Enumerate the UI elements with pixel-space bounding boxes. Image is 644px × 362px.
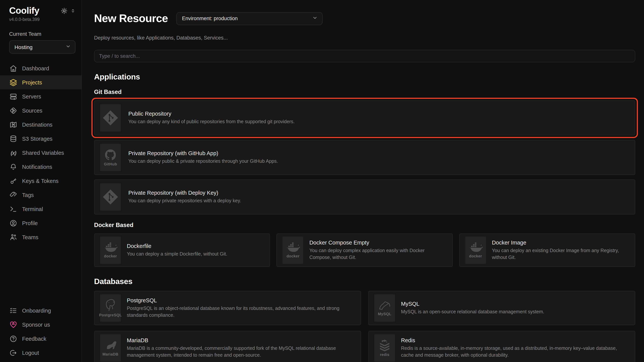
- chevrons-up-down-icon[interactable]: [70, 8, 76, 13]
- card-redis[interactable]: redisRedisRedis is a source-available, i…: [368, 331, 635, 362]
- sidebar-item-label: Projects: [22, 79, 42, 85]
- logo-brand-text: docker: [469, 254, 482, 258]
- sidebar-item-label: Profile: [22, 220, 38, 226]
- sun-icon[interactable]: [61, 7, 68, 14]
- sidebar-item-label: Teams: [22, 234, 38, 240]
- sidebar-item-projects[interactable]: Projects: [0, 75, 82, 89]
- card-title: Redis: [401, 337, 629, 343]
- card-dockerfile[interactable]: dockerDockerfileYou can deploy a simple …: [94, 233, 270, 267]
- bell-icon: [10, 163, 17, 171]
- chevron-down-icon: [312, 15, 318, 22]
- sidebar-item-feedback[interactable]: Feedback: [0, 332, 82, 346]
- card-description: MariaDB is a community-developed, commer…: [127, 345, 355, 359]
- logo-brand-text: redis: [380, 353, 390, 357]
- list-checks-icon: [10, 307, 17, 314]
- card-title: MySQL: [401, 301, 544, 307]
- card-title: Docker Image: [492, 239, 629, 245]
- sidebar-footer: OnboardingSponsor usFeedbackLogout: [0, 303, 82, 360]
- card-public-repository[interactable]: Public RepositoryYou can deploy any kind…: [94, 100, 635, 135]
- logo-brand-text: PostgreSQL: [99, 313, 122, 317]
- card-text: DockerfileYou can deploy a simple Docker…: [127, 243, 227, 257]
- sidebar-item-servers[interactable]: Servers: [0, 89, 82, 103]
- card-group: dockerDockerfileYou can deploy a simple …: [94, 233, 635, 267]
- environment-select-value: Environment: production: [182, 16, 238, 21]
- card-description: You can deploy an existing Docker Image …: [492, 247, 629, 261]
- sidebar-item-label: Destinations: [22, 122, 52, 128]
- sidebar-item-label: Feedback: [22, 336, 46, 342]
- postgres-icon: PostgreSQL: [100, 294, 121, 322]
- card-description: You can deploy complex application easil…: [310, 247, 447, 261]
- user-circle-icon: [10, 219, 17, 227]
- card-description: Redis is a source-available, in-memory s…: [401, 345, 629, 359]
- sidebar-item-s3-storages[interactable]: S3 Storages: [0, 132, 82, 146]
- card-postgresql[interactable]: PostgreSQLPostgreSQLPostgreSQL is an obj…: [94, 291, 361, 325]
- sidebar-item-teams[interactable]: Teams: [0, 230, 82, 244]
- card-description: You can deploy a simple Dockerfile, with…: [127, 251, 227, 257]
- map-icon: [10, 121, 17, 128]
- card-group: Public RepositoryYou can deploy any kind…: [94, 100, 635, 214]
- variable-icon: (x): [10, 149, 17, 157]
- sidebar-item-profile[interactable]: Profile: [0, 216, 82, 230]
- card-description: MySQL is an open-source relational datab…: [401, 308, 544, 315]
- home-icon: [10, 64, 17, 72]
- card-description: You can deploy private repositories with…: [128, 197, 241, 204]
- logo-brand-text: docker: [286, 254, 300, 258]
- resource-sections: ApplicationsGit BasedPublic RepositoryYo…: [94, 72, 635, 362]
- sidebar-item-keys-tokens[interactable]: Keys & Tokens: [0, 174, 82, 188]
- group-subheading-git-based: Git Based: [94, 89, 635, 95]
- sidebar-item-sources[interactable]: Sources: [0, 103, 82, 118]
- card-docker-compose-empty[interactable]: dockerDocker Compose EmptyYou can deploy…: [277, 233, 453, 267]
- search-input[interactable]: [94, 50, 635, 62]
- github-icon: GitHub: [100, 144, 121, 171]
- card-group: PostgreSQLPostgreSQLPostgreSQL is an obj…: [94, 291, 635, 362]
- git-icon: [100, 104, 121, 132]
- logo-brand-text: MariaDB: [102, 352, 118, 357]
- card-private-repository-with-deploy-key[interactable]: Private Repository (with Deploy Key)You …: [94, 180, 635, 214]
- docker-icon: docker: [465, 236, 486, 264]
- sidebar-item-onboarding[interactable]: Onboarding: [0, 303, 82, 318]
- card-title: MariaDB: [127, 337, 355, 343]
- docker-icon: docker: [283, 236, 303, 264]
- logout-icon: [10, 349, 17, 357]
- card-private-repository-with-github-app[interactable]: GitHubPrivate Repository (with GitHub Ap…: [94, 140, 635, 175]
- sidebar-item-shared-variables[interactable]: (x)Shared Variables: [0, 146, 82, 160]
- main-content: New Resource Environment: production Dep…: [82, 0, 644, 362]
- sidebar-item-dashboard[interactable]: Dashboard: [0, 61, 82, 75]
- sidebar-item-destinations[interactable]: Destinations: [0, 118, 82, 132]
- sidebar-item-sponsor-us[interactable]: Sponsor us: [0, 318, 82, 332]
- git-diamond-icon: [10, 107, 17, 114]
- sidebar-item-notifications[interactable]: Notifications: [0, 160, 82, 174]
- sidebar-header: Coolify v4.0.0-beta.399 Current Team Hos…: [0, 0, 82, 54]
- team-select[interactable]: Hosting: [9, 40, 76, 54]
- card-description: PostgreSQL is an object-relational datab…: [127, 305, 355, 319]
- card-title: Private Repository (with GitHub App): [128, 150, 278, 156]
- card-text: Private Repository (with Deploy Key)You …: [128, 190, 241, 204]
- help-circle-icon: [10, 335, 17, 343]
- heart-handshake-icon: [10, 321, 17, 328]
- sidebar-item-logout[interactable]: Logout: [0, 346, 82, 360]
- card-description: You can deploy any kind of public reposi…: [128, 118, 294, 125]
- card-docker-image[interactable]: dockerDocker ImageYou can deploy an exis…: [459, 233, 635, 267]
- sidebar-item-label: Servers: [22, 93, 41, 99]
- terminal-icon: [10, 205, 17, 213]
- page-title: New Resource: [94, 12, 168, 25]
- sidebar-item-terminal[interactable]: Terminal: [0, 202, 82, 216]
- page-subtitle: Deploy resources, like Applications, Dat…: [94, 35, 635, 41]
- current-team-label: Current Team: [9, 31, 76, 37]
- card-mariadb[interactable]: MariaDBMariaDBMariaDB is a community-dev…: [94, 331, 361, 362]
- sidebar-item-label: Keys & Tokens: [22, 178, 58, 184]
- sidebar-item-label: Terminal: [22, 206, 43, 212]
- sidebar-item-label: Sponsor us: [22, 322, 50, 328]
- sidebar-item-label: Notifications: [22, 164, 52, 170]
- app-brand: Coolify: [9, 5, 39, 16]
- card-title: Docker Compose Empty: [310, 239, 447, 245]
- environment-select[interactable]: Environment: production: [176, 12, 322, 25]
- logo-brand-text: GitHub: [104, 162, 117, 166]
- card-mysql[interactable]: MySQLMySQLMySQL is an open-source relati…: [368, 291, 635, 325]
- sidebar-item-tags[interactable]: Tags: [0, 188, 82, 202]
- sidebar-nav: DashboardProjectsServersSourcesDestinati…: [0, 61, 82, 244]
- sidebar: Coolify v4.0.0-beta.399 Current Team Hos…: [0, 0, 82, 362]
- card-text: Private Repository (with GitHub App)You …: [128, 150, 278, 165]
- redis-icon: redis: [374, 334, 395, 362]
- sidebar-item-label: Tags: [22, 192, 34, 198]
